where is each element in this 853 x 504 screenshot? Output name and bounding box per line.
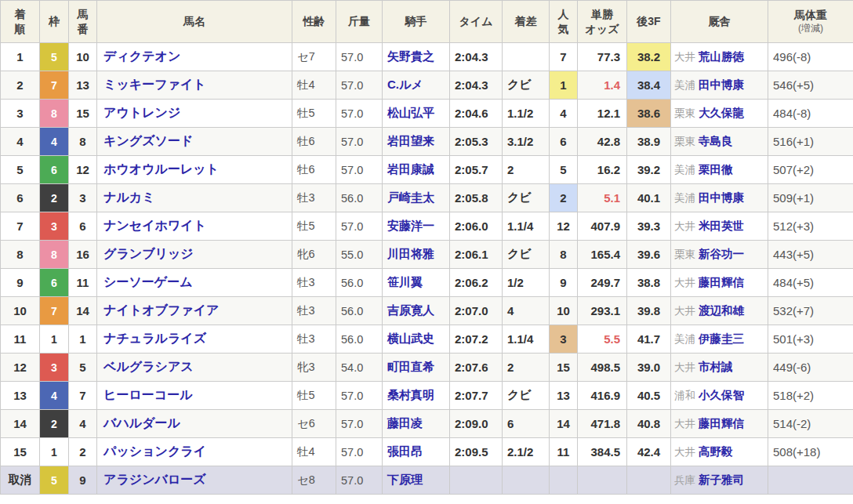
horse-number: 12: [69, 156, 97, 184]
horse-number: 4: [69, 410, 97, 438]
jockey-link[interactable]: 桑村真明: [387, 388, 434, 401]
frame-number: 5: [40, 43, 69, 71]
jockey-link[interactable]: 川田将雅: [387, 247, 434, 260]
horse-name-link[interactable]: ナンセイホワイト: [103, 219, 206, 232]
horse-number: 5: [69, 354, 97, 382]
sex-age: 牡4: [292, 438, 336, 466]
trainer-link[interactable]: 荒山勝徳: [699, 50, 744, 63]
horse-weight: 546(+5): [768, 71, 853, 100]
horse-name-link[interactable]: グランブリッジ: [103, 247, 194, 260]
stable-cell: 美浦伊藤圭三: [671, 325, 768, 354]
jockey-cell: 松山弘平: [383, 100, 450, 128]
finish-position: 2: [1, 71, 40, 100]
trainer-link[interactable]: 田中博康: [699, 191, 744, 204]
trainer-link[interactable]: 藤田輝信: [699, 276, 744, 288]
jockey-link[interactable]: 吉原寛人: [387, 303, 434, 317]
trainer-link[interactable]: 市村誠: [699, 361, 733, 373]
horse-name-cell: バハルダール: [97, 410, 292, 438]
horse-name-link[interactable]: ミッキーファイト: [103, 78, 206, 91]
jockey-link[interactable]: 安藤洋一: [387, 219, 434, 232]
column-header-num: 馬 番: [69, 1, 97, 43]
result-row: 1235ベルグラシアス牝354.0町田直希2:07.6215498.539.0大…: [1, 354, 853, 382]
jockey-link[interactable]: 戸崎圭太: [387, 190, 434, 204]
stable-region: 美浦: [674, 79, 695, 91]
trainer-link[interactable]: 米田英世: [699, 219, 744, 232]
trainer-link[interactable]: 伊藤圭三: [699, 332, 744, 345]
jockey-link[interactable]: C.ルメ: [387, 78, 423, 91]
last-3f-time: 39.3: [627, 212, 671, 241]
trainer-link[interactable]: 寺島良: [699, 135, 733, 147]
jockey-link[interactable]: 藤田凌: [387, 416, 423, 430]
horse-name-link[interactable]: キングズソード: [103, 134, 193, 147]
horse-name-link[interactable]: シーソーゲーム: [103, 275, 193, 288]
jockey-cell: 吉原寛人: [383, 297, 450, 325]
trainer-link[interactable]: 小久保智: [699, 389, 744, 401]
horse-name-link[interactable]: ナルカミ: [103, 190, 155, 204]
popularity: 7: [550, 43, 578, 71]
sex-age: セ8: [292, 466, 336, 495]
trainer-link[interactable]: 新子雅司: [699, 473, 744, 486]
finish-position: 10: [1, 297, 40, 325]
jockey-link[interactable]: 張田昂: [387, 444, 423, 458]
horse-name-link[interactable]: ヒーローコール: [103, 388, 193, 401]
horse-name-link[interactable]: アウトレンジ: [103, 106, 180, 119]
popularity: 2: [550, 184, 578, 212]
jockey-link[interactable]: 笹川翼: [387, 275, 423, 288]
jockey-link[interactable]: 松山弘平: [387, 106, 434, 119]
trainer-link[interactable]: 新谷功一: [699, 248, 744, 260]
horse-name-link[interactable]: パッションクライ: [103, 444, 206, 458]
horse-name-link[interactable]: ナチュラルライズ: [103, 332, 206, 345]
horse-name-link[interactable]: バハルダール: [103, 416, 180, 430]
margin: 4: [503, 297, 550, 325]
result-row: 9611シーソーゲーム牡356.0笹川翼2:06.21/29249.738.8大…: [1, 269, 853, 297]
horse-name-cell: アラジンバローズ: [97, 466, 292, 495]
sex-age: 牡5: [292, 382, 336, 410]
popularity: [550, 466, 578, 495]
finish-position: 11: [1, 325, 40, 354]
horse-name-link[interactable]: ディクテオン: [103, 49, 180, 63]
trainer-link[interactable]: 大久保龍: [699, 107, 744, 119]
column-header-jockey: 騎手: [383, 1, 450, 43]
carried-weight: 57.0: [336, 43, 383, 71]
margin: [503, 43, 550, 71]
jockey-cell: 矢野貴之: [383, 43, 450, 71]
horse-number: 7: [69, 382, 97, 410]
finish-time: 2:09.5: [450, 438, 503, 466]
jockey-link[interactable]: 町田直希: [387, 360, 434, 373]
last-3f-time: 38.9: [627, 128, 671, 156]
jockey-link[interactable]: 岩田望来: [387, 134, 434, 147]
sex-age: 牡5: [292, 100, 336, 128]
trainer-link[interactable]: 田中博康: [699, 78, 744, 91]
result-row: 1510ディクテオンセ757.0矢野貴之2:04.3777.338.2大井荒山勝…: [1, 43, 853, 71]
jockey-cell: 笹川翼: [383, 269, 450, 297]
stable-cell: 大井荒山勝徳: [671, 43, 768, 71]
horse-number: 2: [69, 438, 97, 466]
horse-name-link[interactable]: ナイトオブファイア: [103, 303, 219, 317]
table-header-row: 着 順枠馬 番馬名性齢斤量騎手タイム着差人 気単勝 オッズ後3F厩舎馬体重(増減…: [1, 1, 853, 43]
jockey-link[interactable]: 横山武史: [387, 332, 434, 345]
finish-time: 2:07.6: [450, 354, 503, 382]
result-row: 448キングズソード牡657.0岩田望来2:05.33.1/2642.838.9…: [1, 128, 853, 156]
trainer-link[interactable]: 高野毅: [699, 445, 733, 458]
trainer-link[interactable]: 渡辺和雄: [699, 304, 744, 317]
jockey-link[interactable]: 岩田康誠: [387, 162, 434, 176]
jockey-link[interactable]: 矢野貴之: [387, 49, 434, 63]
horse-name-cell: アウトレンジ: [97, 100, 292, 128]
horse-name-link[interactable]: アラジンバローズ: [103, 473, 206, 486]
win-odds: 5.5: [578, 325, 627, 354]
horse-name-link[interactable]: ホウオウルーレット: [103, 162, 219, 176]
horse-name-cell: ディクテオン: [97, 43, 292, 71]
jockey-link[interactable]: 下原理: [387, 473, 423, 486]
last-3f-time: 39.8: [627, 297, 671, 325]
result-row: 3815アウトレンジ牡557.0松山弘平2:04.61.1/2412.138.6…: [1, 100, 853, 128]
horse-number: 14: [69, 297, 97, 325]
last-3f-time: 39.2: [627, 156, 671, 184]
frame-number: 8: [40, 100, 69, 128]
trainer-link[interactable]: 栗田徹: [699, 163, 733, 176]
margin: 2: [503, 354, 550, 382]
column-header-carry: 斤量: [336, 1, 383, 43]
trainer-link[interactable]: 藤田輝信: [699, 417, 744, 430]
horse-name-cell: ナイトオブファイア: [97, 297, 292, 325]
frame-number: 4: [40, 382, 69, 410]
horse-name-link[interactable]: ベルグラシアス: [103, 360, 194, 373]
